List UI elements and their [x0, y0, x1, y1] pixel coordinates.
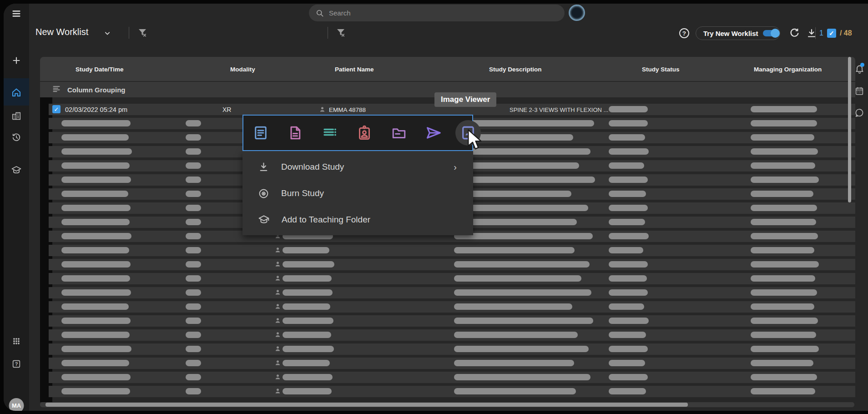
placeholder-pill — [609, 332, 646, 338]
placeholder-pill — [751, 275, 815, 282]
divider — [328, 27, 328, 39]
placeholder-pill — [609, 247, 643, 253]
skeleton-table-row[interactable] — [49, 301, 855, 313]
add-icon[interactable] — [11, 55, 22, 66]
placeholder-pill — [609, 360, 645, 366]
placeholder-pill — [751, 247, 814, 253]
column-header[interactable]: Modality — [230, 66, 255, 72]
select-all-checkbox[interactable]: ✓ — [827, 29, 836, 38]
placeholder-pill — [454, 318, 593, 324]
home-icon[interactable] — [11, 87, 22, 98]
menu-icon[interactable] — [11, 8, 22, 19]
avatar[interactable]: MA — [9, 398, 24, 411]
placeholder-pill — [751, 134, 814, 141]
patient-icon — [319, 106, 326, 115]
patient-card-icon[interactable] — [352, 120, 377, 146]
send-icon[interactable] — [421, 120, 446, 146]
divider — [815, 27, 816, 39]
filter-remove-icon[interactable] — [137, 27, 148, 40]
placeholder-pill — [454, 205, 588, 211]
help-circle-icon[interactable]: ? — [678, 27, 690, 39]
placeholder-pill — [751, 374, 817, 380]
report-icon[interactable] — [248, 120, 273, 146]
placeholder-pill — [186, 261, 201, 268]
column-header[interactable]: Study Status — [642, 66, 680, 72]
patient-icon — [274, 289, 281, 298]
download-icon — [258, 162, 269, 173]
placeholder-pill — [609, 120, 648, 126]
placeholder-pill — [186, 374, 201, 380]
skeleton-table-row[interactable] — [49, 245, 855, 256]
placeholder-pill — [609, 205, 648, 211]
placeholder-pill — [609, 134, 645, 141]
placeholder-pill — [61, 275, 130, 282]
search-input[interactable] — [329, 9, 558, 17]
teaching-icon[interactable] — [11, 165, 22, 176]
calendar-icon[interactable] — [854, 86, 864, 98]
filter-remove-icon-2[interactable] — [335, 27, 346, 40]
search-bar[interactable] — [309, 5, 565, 21]
placeholder-pill — [454, 374, 590, 380]
skeleton-table-row[interactable] — [49, 358, 855, 369]
placeholder-pill — [61, 289, 131, 296]
menu-item-add-to-teaching-folder[interactable]: Add to Teaching Folder — [242, 207, 473, 233]
placeholder-pill — [454, 388, 576, 394]
menu-item-burn-study[interactable]: Burn Study — [242, 180, 473, 207]
folder-icon[interactable] — [386, 120, 412, 146]
placeholder-pill — [61, 162, 130, 169]
placeholder-pill — [61, 261, 131, 268]
svg-text:?: ? — [682, 30, 686, 37]
horizontal-scrollbar-thumb[interactable] — [45, 403, 688, 407]
worklist-dropdown-chevron-icon[interactable] — [103, 29, 112, 40]
cell-study-datetime: 02/03/2022 05:24 pm — [65, 106, 127, 113]
skeleton-table-row[interactable] — [49, 287, 855, 298]
placeholder-pill — [609, 374, 648, 380]
skeleton-table-row[interactable] — [49, 343, 855, 355]
menu-item-download-study[interactable]: Download Study › — [242, 154, 473, 180]
placeholder-pill — [609, 106, 648, 112]
vertical-scrollbar[interactable] — [848, 57, 851, 202]
skeleton-table-row[interactable] — [49, 329, 855, 341]
placeholder-pill — [751, 148, 818, 155]
placeholder-pill — [61, 360, 129, 366]
column-header[interactable]: Patient Name — [335, 66, 374, 72]
placeholder-pill — [454, 289, 591, 296]
document-icon[interactable] — [283, 120, 308, 146]
chat-icon[interactable] — [854, 108, 864, 120]
column-header[interactable]: Study Date/Time — [76, 66, 124, 72]
skeleton-table-row[interactable] — [49, 386, 855, 397]
row-checkbox[interactable]: ✓ — [52, 105, 61, 113]
try-new-worklist-control: Try New Worklist — [696, 26, 780, 40]
placeholder-pill — [454, 247, 575, 253]
placeholder-pill — [61, 148, 132, 155]
skeleton-table-row[interactable] — [49, 315, 855, 327]
organization-icon[interactable] — [11, 111, 22, 121]
patient-icon — [274, 261, 281, 269]
apps-grid-icon[interactable] — [11, 336, 22, 347]
placeholder-pill — [283, 360, 330, 366]
placeholder-pill — [186, 388, 201, 394]
divider — [129, 27, 129, 39]
notes-list-icon[interactable] — [317, 120, 343, 146]
column-header[interactable]: Study Description — [489, 66, 542, 72]
help-box-icon[interactable]: ? — [11, 358, 22, 369]
notifications-bell-icon[interactable] — [854, 64, 865, 76]
patient-icon — [274, 388, 281, 396]
horizontal-scrollbar-track[interactable] — [40, 402, 854, 407]
tooltip: Image Viewer — [434, 92, 496, 107]
placeholder-pill — [609, 289, 648, 296]
refresh-icon[interactable] — [789, 27, 800, 40]
placeholder-pill — [186, 219, 201, 225]
placeholder-pill — [751, 205, 817, 211]
skeleton-table-row[interactable] — [49, 259, 855, 270]
placeholder-pill — [283, 303, 330, 310]
try-new-worklist-toggle[interactable] — [763, 30, 778, 36]
skeleton-table-row[interactable] — [49, 372, 855, 383]
toggle-knob — [771, 29, 780, 38]
grouping-lines-icon — [52, 84, 61, 95]
column-header[interactable]: Managing Organization — [754, 66, 822, 72]
skeleton-table-row[interactable] — [49, 273, 855, 284]
history-icon[interactable] — [11, 132, 22, 143]
user-avatar-loading[interactable] — [569, 5, 585, 21]
placeholder-pill — [609, 177, 648, 183]
